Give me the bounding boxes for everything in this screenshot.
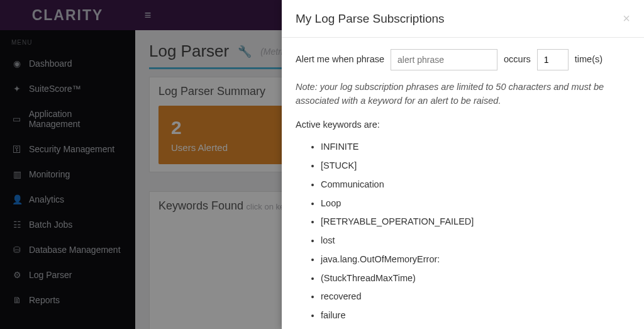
keyword-item: [STUCK] (321, 157, 630, 176)
keyword-item: lost (321, 231, 630, 250)
modal-header: My Log Parse Subscriptions × (282, 0, 644, 38)
modal-title: My Log Parse Subscriptions (296, 12, 445, 26)
keyword-item: Failed (321, 325, 630, 329)
keyword-item: failure (321, 306, 630, 325)
keyword-item: Loop (321, 194, 630, 213)
occurs-label: occurs (504, 53, 531, 67)
keyword-item: java.lang.OutOfMemoryError: (321, 250, 630, 269)
keyword-item: INFINITE (321, 138, 630, 157)
keyword-item: recovered (321, 287, 630, 306)
keyword-item: [RETRYABLE_OPERATION_FAILED] (321, 213, 630, 231)
times-suffix-label: time(s) (575, 53, 602, 67)
subscription-note: Note: your log subscription phrases are … (296, 81, 630, 108)
keyword-item: Communication (321, 176, 630, 194)
phrase-input[interactable] (391, 49, 497, 70)
close-icon[interactable]: × (623, 11, 630, 26)
times-input[interactable] (537, 49, 569, 70)
modal-body: Alert me when phrase occurs time(s) Note… (282, 38, 644, 329)
active-keywords-list: INFINITE [STUCK] Communication Loop [RET… (296, 138, 630, 329)
alert-form: Alert me when phrase occurs time(s) (296, 49, 630, 70)
keyword-item: (StuckThreadMaxTime) (321, 269, 630, 288)
alert-prefix-label: Alert me when phrase (296, 53, 384, 67)
active-keywords-label: Active keywords are: (296, 118, 630, 132)
subscriptions-modal: My Log Parse Subscriptions × Alert me wh… (282, 0, 644, 329)
